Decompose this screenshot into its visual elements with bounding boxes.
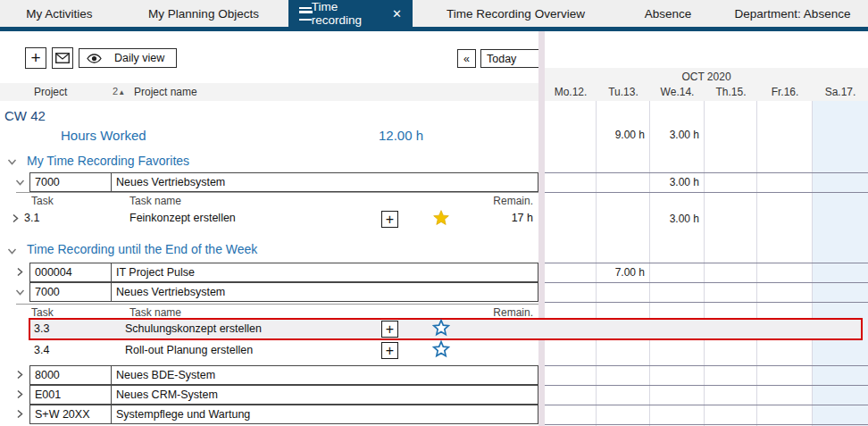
plus-icon: + [386,322,394,338]
task-header-line [16,192,538,193]
panel-splitter[interactable] [538,31,545,426]
expand-row-icon[interactable] [15,267,24,277]
task-name-column-header: Task name [129,306,181,319]
column-header-project[interactable]: Project [34,86,67,98]
project-name-cell[interactable]: Systempflege und Wartung [111,405,538,424]
add-hours-button[interactable]: + [381,342,398,359]
project-id-cell[interactable]: 7000 [29,172,112,192]
tab-label: Time Recording Overview [447,7,585,21]
favorite-star-icon-outline[interactable] [432,340,450,358]
expand-row-icon[interactable] [15,409,24,419]
day-header-th: Th.15. [705,85,757,99]
task-id[interactable]: 3.1 [24,212,39,224]
view-mode-selector[interactable]: Daily view [79,48,177,68]
add-time-entry-button[interactable]: + [25,47,46,69]
collapse-row-icon[interactable] [15,288,25,297]
today-button[interactable]: Today [480,49,543,68]
envelope-icon [55,53,70,63]
tab-absence[interactable]: Absence [619,0,717,27]
tab-bar: My Activities My Planning Objects Time r… [0,0,868,27]
plus-icon: + [386,343,394,359]
grid-row-line [545,302,868,303]
project-id-cell[interactable]: 000004 [29,263,112,282]
previous-week-button[interactable]: « [457,49,476,68]
task-name[interactable]: Schulungskonzept erstellen [125,322,262,335]
eye-icon [87,54,102,63]
tab-my-activities[interactable]: My Activities [0,0,119,27]
project-id-cell[interactable]: 7000 [29,282,112,302]
tab-department-absence[interactable]: Department: Absence [717,0,868,27]
add-hours-button[interactable]: + [381,321,398,338]
tab-time-recording-overview[interactable]: Time Recording Overview [413,0,619,27]
task-hours-cell-we[interactable]: 3.00 h [650,210,702,228]
task-header-line [16,304,538,305]
project-name-cell[interactable]: Neues Vertriebsystem [111,172,538,192]
sort-asc-icon: ▲ [118,88,125,96]
table-column-header [0,83,538,101]
project-id-cell[interactable]: E001 [29,385,112,405]
task-id[interactable]: 3.4 [34,344,49,356]
project-name-cell[interactable]: IT Project Pulse [111,263,538,282]
remain-column-header: Remain. [482,195,533,207]
task-column-header: Task [31,306,54,319]
grid-row-line [545,172,868,173]
weekend-column-background [813,101,868,426]
project-hours-cell-tu[interactable]: 7.00 h [597,263,647,281]
calendar-week-label: CW 42 [4,108,46,123]
project-name-cell[interactable]: Neues Vertriebsystem [111,282,538,302]
calendar-month-label: OCT 2020 [545,71,868,83]
collapse-section-icon[interactable] [7,246,17,255]
expand-task-icon[interactable] [11,213,20,223]
plus-icon: + [386,212,394,228]
grid-row-line [545,263,868,263]
tab-label: My Planning Objects [148,7,259,21]
chevrons-left-icon: « [463,53,470,65]
project-id-cell[interactable]: 8000 [29,365,112,385]
day-header-fr: Fr.16. [757,85,813,99]
view-mode-label: Daily view [114,52,164,64]
expand-row-icon[interactable] [15,370,24,380]
task-name[interactable]: Feinkonzept erstellen [129,212,236,224]
day-header-tu: Tu.13. [597,85,650,99]
section-title-until-eow[interactable]: Time Recording until the End of the Week [27,242,257,256]
tab-my-planning-objects[interactable]: My Planning Objects [119,0,288,27]
expand-row-icon[interactable] [15,389,24,399]
project-name-cell[interactable]: Neues BDE-System [111,365,538,385]
grid-row-line [545,405,868,405]
grid-column-line [704,101,705,426]
today-label: Today [487,53,516,65]
collapse-row-icon[interactable] [15,178,25,187]
plus-icon: + [30,49,40,66]
favorite-star-icon-filled[interactable] [432,209,450,227]
section-title-favorites[interactable]: My Time Recording Favorites [27,154,189,168]
close-tab-icon[interactable]: ✕ [392,7,402,21]
task-id[interactable]: 3.3 [34,322,49,335]
favorite-star-icon-outline[interactable] [432,319,450,337]
project-name-cell[interactable]: Neues CRM-System [111,385,538,405]
hamburger-menu-icon[interactable] [299,7,312,21]
grid-column-line [649,101,650,426]
task-remain-value: 17 h [491,212,533,224]
remain-column-header: Remain. [482,306,533,319]
tab-label: Absence [645,7,692,21]
day-header-we: We.14. [650,85,705,99]
hours-worked-label: Hours Worked [61,128,146,143]
grid-row-line [545,192,868,193]
task-column-header: Task [31,195,54,207]
project-id-cell[interactable]: S+W 20XX [29,405,112,424]
hours-worked-total: 12.00 h [379,128,423,143]
tab-bar-accent-line [0,27,868,31]
sort-indicator[interactable]: 2▲ [113,86,125,96]
project-hours-cell-we[interactable]: 3.00 h [650,173,702,191]
column-header-project-name[interactable]: Project name [134,86,197,98]
send-message-button[interactable] [52,47,73,69]
grid-row-line [545,282,868,283]
tab-label: My Activities [26,7,92,21]
day-total-cell-tu[interactable]: 9.00 h [597,126,647,144]
collapse-section-icon[interactable] [7,157,17,166]
grid-row-line [545,365,868,366]
tab-time-recording[interactable]: Time recording ✕ [288,0,413,27]
day-total-cell-we[interactable]: 3.00 h [650,126,702,144]
add-hours-button[interactable]: + [381,211,398,228]
task-name[interactable]: Roll-out Planung erstellen [125,344,253,356]
